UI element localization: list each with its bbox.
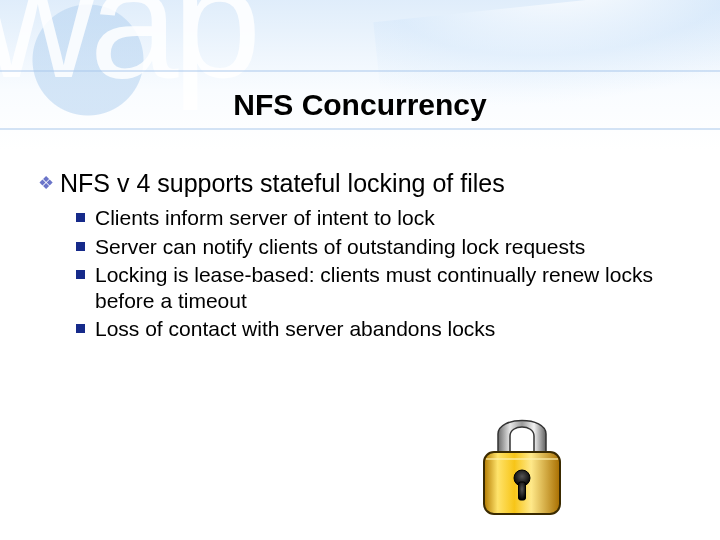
sub-point-text: Server can notify clients of outstanding… (95, 234, 585, 260)
slide-title: NFS Concurrency (233, 88, 486, 122)
square-bullet-icon (76, 324, 85, 333)
svg-rect-3 (519, 482, 526, 500)
slide-body: ❖ NFS v 4 supports stateful locking of f… (38, 168, 680, 345)
square-bullet-icon (76, 213, 85, 222)
sub-point-text: Loss of contact with server abandons loc… (95, 316, 495, 342)
slide: wap NFS Concurrency ❖ NFS v 4 supports s… (0, 0, 720, 540)
background-stripe (0, 70, 720, 72)
sub-bullet-list: Clients inform server of intent to lock … (76, 205, 680, 342)
bullet-level1: ❖ NFS v 4 supports stateful locking of f… (38, 168, 680, 199)
title-band: NFS Concurrency (0, 80, 720, 130)
bullet-level2: Server can notify clients of outstanding… (76, 234, 680, 260)
square-bullet-icon (76, 242, 85, 251)
diamond-bullet-icon: ❖ (38, 174, 54, 192)
square-bullet-icon (76, 270, 85, 279)
bullet-level2: Loss of contact with server abandons loc… (76, 316, 680, 342)
main-point-text: NFS v 4 supports stateful locking of fil… (60, 168, 505, 199)
lock-icon (472, 402, 572, 520)
bullet-level2: Locking is lease-based: clients must con… (76, 262, 680, 315)
sub-point-text: Clients inform server of intent to lock (95, 205, 435, 231)
bullet-level2: Clients inform server of intent to lock (76, 205, 680, 231)
sub-point-text: Locking is lease-based: clients must con… (95, 262, 680, 315)
